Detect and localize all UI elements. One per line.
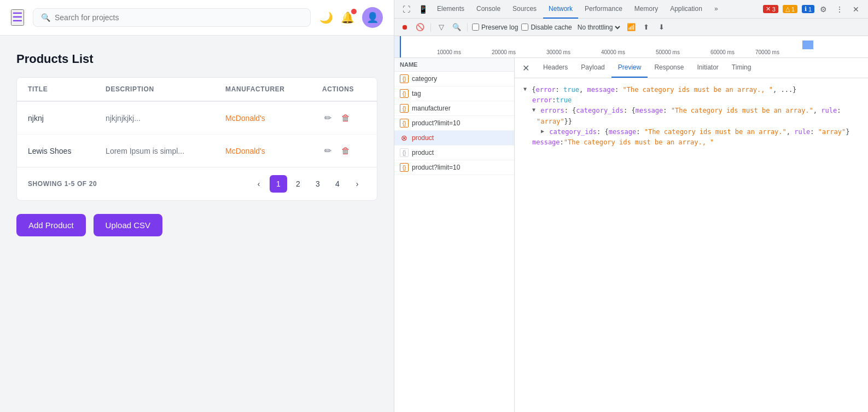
request-list-items: {}category{}tag{}manufacturer{}product?l… (394, 72, 514, 175)
request-item[interactable]: {}category (394, 72, 514, 86)
pagination-row: SHOWING 1-5 OF 20 ‹ 1 2 3 4 › (17, 167, 377, 200)
filter-button[interactable]: ▽ (435, 21, 447, 33)
page-button-3[interactable]: 3 (309, 175, 327, 193)
request-name: category (412, 75, 437, 83)
preview-content: ▼ {error: true, message: "The category i… (515, 78, 868, 412)
devtools-close-icon[interactable]: ✕ (848, 2, 864, 17)
devtools-settings-icon[interactable]: ⚙ (815, 2, 831, 17)
notification-bell[interactable]: 🔔 (341, 11, 354, 24)
detail-tab-response[interactable]: Response (648, 58, 690, 78)
export-button[interactable]: ⬇ (656, 21, 668, 33)
cell-title: njknj (17, 101, 95, 135)
request-icon-error: ⊗ (400, 134, 409, 142)
add-product-button[interactable]: Add Product (16, 214, 86, 236)
json-line-5: message: "The category ids must be an ar… (523, 137, 859, 148)
products-table: TITLE DESCRIPTION MANUFACTURER ACTIONS n… (16, 77, 377, 201)
action-buttons: Add Product Upload CSV (16, 214, 377, 236)
tab-network[interactable]: Network (543, 0, 578, 19)
detail-tab-headers[interactable]: Headers (537, 58, 574, 78)
timeline-indicator (394, 36, 401, 57)
table-header-row: TITLE DESCRIPTION MANUFACTURER ACTIONS (17, 78, 377, 101)
tab-sources[interactable]: Sources (507, 0, 542, 19)
throttle-select[interactable]: No throttling (575, 23, 622, 32)
tab-elements[interactable]: Elements (432, 0, 470, 19)
devtools-badges: ✕ 3 △ 1 ℹ 1 (761, 5, 814, 13)
request-name: manufacturer (412, 105, 451, 112)
cell-manufacturer: McDonald's (214, 101, 311, 135)
col-manufacturer: MANUFACTURER (214, 78, 311, 101)
edit-button[interactable]: ✏ (322, 143, 334, 158)
next-page-button[interactable]: › (348, 175, 366, 193)
tab-console[interactable]: Console (471, 0, 506, 19)
clear-button[interactable]: 🚫 (414, 21, 426, 33)
page-button-2[interactable]: 2 (289, 175, 307, 193)
table-row: njknj njkjnjkjkj... McDonald's ✏ 🗑 (17, 101, 377, 135)
avatar[interactable]: 👤 (362, 7, 383, 28)
page-button-4[interactable]: 4 (329, 175, 346, 193)
request-name: product?limit=10 (412, 119, 460, 127)
request-item[interactable]: {}manufacturer (394, 101, 514, 116)
request-item[interactable]: {}product?limit=10 (394, 160, 514, 175)
timeline-bar: 10000 ms 20000 ms 30000 ms 40000 ms 5000… (394, 36, 868, 58)
tab-application[interactable]: Application (665, 0, 708, 19)
request-item[interactable]: {}product (394, 146, 514, 160)
expand-arrow-3[interactable]: ▼ (532, 106, 535, 114)
showing-text: SHOWING 1-5 OF 20 (28, 180, 97, 188)
toolbar-divider-2 (467, 23, 468, 32)
notification-badge (351, 9, 357, 14)
page-button-1[interactable]: 1 (270, 175, 287, 193)
json-line-2: error: true (523, 95, 859, 106)
detail-tab-preview[interactable]: Preview (611, 58, 648, 78)
search-button[interactable]: 🔍 (451, 21, 463, 33)
prev-page-button[interactable]: ‹ (250, 175, 267, 193)
request-item[interactable]: {}tag (394, 86, 514, 101)
wifi-icon-button[interactable]: 📶 (625, 21, 637, 33)
detail-tab-initiator[interactable]: Initiator (690, 58, 725, 78)
network-toolbar: ⏺ 🚫 ▽ 🔍 Preserve log Disable cache No th… (394, 19, 868, 36)
import-button[interactable]: ⬆ (640, 21, 653, 33)
expand-arrow-1[interactable]: ▼ (523, 85, 527, 94)
menu-button[interactable]: ☰ (11, 9, 24, 26)
disable-cache-label: Disable cache (531, 24, 572, 31)
request-name: tag (412, 90, 421, 97)
detail-close-button[interactable]: ✕ (519, 61, 532, 74)
tab-performance[interactable]: Performance (579, 0, 628, 19)
tab-more[interactable]: » (709, 0, 724, 19)
detail-panel: ✕ Headers Payload Preview Response Initi… (515, 58, 868, 412)
page-title: Products List (16, 52, 377, 66)
cell-title: Lewis Shoes (17, 135, 95, 167)
json-line-4: ▶ category_ids: {message: "The category … (523, 127, 859, 137)
preserve-log-input[interactable] (472, 24, 479, 31)
json-line-3: ▼ errors: {category_ids: {message: "The … (523, 106, 859, 126)
expand-arrow-4[interactable]: ▶ (541, 127, 544, 136)
delete-button[interactable]: 🗑 (339, 111, 352, 125)
preserve-log-label: Preserve log (481, 24, 518, 31)
search-input[interactable] (55, 13, 302, 22)
delete-button[interactable]: 🗑 (339, 144, 352, 158)
marker-40000: 40000 ms (601, 49, 625, 55)
devtools-device-icon[interactable]: 📱 (415, 2, 430, 17)
devtools-more-icon[interactable]: ⋮ (832, 2, 847, 17)
name-column-header: Name (400, 61, 417, 68)
marker-60000: 60000 ms (710, 49, 735, 55)
cell-description: njkjnjkjkj... (95, 101, 214, 135)
col-actions: ACTIONS (311, 78, 377, 101)
upload-csv-button[interactable]: Upload CSV (94, 214, 163, 236)
detail-tab-payload[interactable]: Payload (574, 58, 611, 78)
marker-20000: 20000 ms (492, 49, 516, 55)
col-title: TITLE (17, 78, 95, 101)
disable-cache-input[interactable] (521, 24, 528, 31)
disable-cache-checkbox[interactable]: Disable cache (521, 24, 572, 31)
edit-button[interactable]: ✏ (322, 111, 334, 125)
request-item[interactable]: ⊗product (394, 131, 514, 146)
tab-memory[interactable]: Memory (629, 0, 663, 19)
record-button[interactable]: ⏺ (399, 21, 411, 33)
preserve-log-checkbox[interactable]: Preserve log (472, 24, 518, 31)
request-item[interactable]: {}product?limit=10 (394, 116, 514, 131)
json-line-1: ▼ {error: true, message: "The category i… (523, 85, 859, 95)
request-icon: {} (400, 74, 409, 83)
devtools-cursor-icon[interactable]: ⛶ (399, 2, 414, 17)
theme-toggle-icon[interactable]: 🌙 (319, 11, 333, 24)
search-icon: 🔍 (41, 13, 50, 22)
detail-tab-timing[interactable]: Timing (725, 58, 758, 78)
